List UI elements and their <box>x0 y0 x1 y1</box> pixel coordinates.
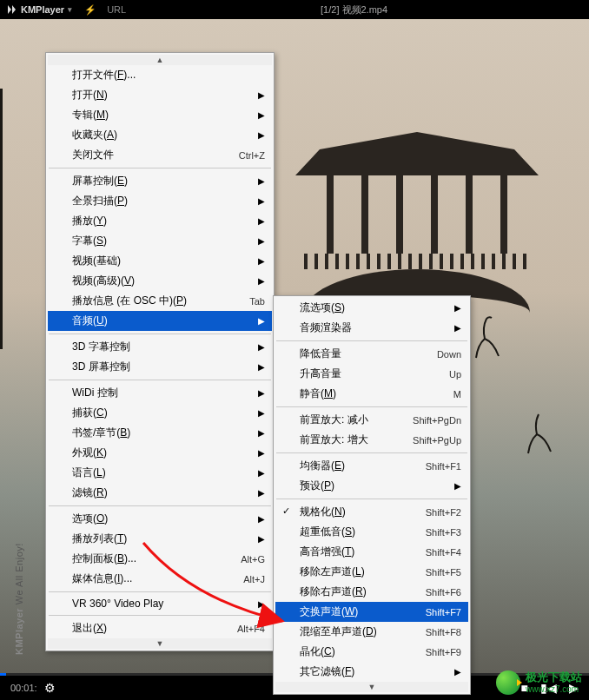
menu-scroll-up[interactable]: ▲ <box>48 55 272 65</box>
vertical-brand-name: KMPlayer <box>14 608 24 655</box>
menu-item[interactable]: 滤镜(R)▶ <box>48 483 272 503</box>
menu-item[interactable]: 媒体信息(I)...Alt+J <box>48 569 272 589</box>
menu-item-shortcut: Shift+F7 <box>426 607 461 617</box>
current-file-label: [1/2] 视频2.mp4 <box>126 3 582 17</box>
submenu-arrow-icon: ▶ <box>258 276 265 286</box>
menu-item[interactable]: 前置放大: 减小Shift+PgDn <box>275 410 468 430</box>
menu-item[interactable]: 语言(L)▶ <box>48 463 272 483</box>
menu-separator <box>49 505 271 506</box>
menu-item-shortcut: Shift+F8 <box>426 627 461 637</box>
menu-item-shortcut: Shift+F6 <box>426 587 461 598</box>
bolt-icon[interactable]: ⚡ <box>84 4 96 16</box>
app-logo[interactable]: KMPlayer ▾ <box>7 4 72 15</box>
menu-item[interactable]: 视频(高级)(V)▶ <box>48 271 272 291</box>
menu-item[interactable]: 其它滤镜(F)▶ <box>275 662 468 682</box>
menu-item[interactable]: 退出(X)Alt+F4 <box>48 618 272 638</box>
menu-item-shortcut: Shift+PgDn <box>413 415 461 426</box>
menu-item-shortcut: Down <box>437 349 461 360</box>
menu-item[interactable]: 书签/章节(B)▶ <box>48 423 272 443</box>
menu-item[interactable]: 字幕(S)▶ <box>48 231 272 251</box>
menu-item[interactable]: 3D 字幕控制▶ <box>48 337 272 357</box>
main-context-menu: ▲ 打开文件(F)...打开(N)▶专辑(M)▶收藏夹(A)▶关闭文件Ctrl+… <box>45 52 275 651</box>
menu-item-shortcut: M <box>453 389 461 400</box>
menu-item[interactable]: ✓规格化(N)Shift+F2 <box>275 502 468 522</box>
menu-item[interactable]: 升高音量Up <box>275 364 468 384</box>
menu-item[interactable]: 前置放大: 增大Shift+PgUp <box>275 430 468 450</box>
vertical-brand: KMPlayer We All Enjoy! <box>14 543 24 655</box>
menu-item[interactable]: 均衡器(E)Shift+F1 <box>275 456 468 476</box>
menu-item[interactable]: 移除左声道(L)Shift+F5 <box>275 562 468 582</box>
submenu-arrow-icon: ▶ <box>454 667 461 677</box>
submenu-arrow-icon: ▶ <box>258 362 265 372</box>
menu-separator <box>49 615 271 616</box>
menu-item[interactable]: 捕获(C)▶ <box>48 403 272 423</box>
watermark-site-name: 极光下载站 <box>526 671 582 683</box>
menu-item[interactable]: 屏幕控制(E)▶ <box>48 171 272 191</box>
menu-item[interactable]: 交换声道(W)Shift+F7 <box>275 602 468 622</box>
submenu-arrow-icon: ▶ <box>258 599 265 609</box>
seek-progress <box>0 673 6 676</box>
settings-gear-icon[interactable]: ⚙ <box>44 681 56 695</box>
app-name: KMPlayer <box>21 4 64 15</box>
audio-submenu: 流选项(S)▶音频渲染器▶降低音量Down升高音量Up静音(M)M前置放大: 减… <box>273 295 471 695</box>
menu-item-label: VR 360° Video Play <box>72 598 251 610</box>
vertical-brand-slogan: We All Enjoy! <box>14 543 24 604</box>
menu-item[interactable]: 播放列表(T)▶ <box>48 529 272 549</box>
watermark-site-url: www.xz7.com <box>526 684 582 694</box>
menu-item-label: 其它滤镜(F) <box>300 664 447 679</box>
menu1-body: 打开文件(F)...打开(N)▶专辑(M)▶收藏夹(A)▶关闭文件Ctrl+Z屏… <box>48 65 272 638</box>
menu-item[interactable]: 混缩至单声道(D)Shift+F8 <box>275 622 468 642</box>
menu-item[interactable]: 超重低音(S)Shift+F3 <box>275 522 468 542</box>
menu-item-label: 视频(基础) <box>72 254 251 268</box>
menu-scroll-down[interactable]: ▼ <box>275 682 468 692</box>
menu-item[interactable]: VR 360° Video Play▶ <box>48 595 272 612</box>
menu-item[interactable]: 全景扫描(P)▶ <box>48 191 272 211</box>
menu-item[interactable]: 外观(K)▶ <box>48 443 272 463</box>
menu-item[interactable]: 流选项(S)▶ <box>275 298 468 318</box>
menu-item[interactable]: 高音增强(T)Shift+F4 <box>275 542 468 562</box>
crane-bird-icon <box>469 314 504 367</box>
menu-item-label: 混缩至单声道(D) <box>300 624 412 639</box>
app-menu-dropdown-icon[interactable]: ▾ <box>68 5 72 14</box>
menu-item[interactable]: 降低音量Down <box>275 344 468 364</box>
menu-item-label: 3D 屏幕控制 <box>72 360 251 374</box>
menu-scroll-down[interactable]: ▼ <box>48 638 272 649</box>
menu-item[interactable]: 视频(基础)▶ <box>48 251 272 271</box>
menu-item-label: 打开文件(F)... <box>72 68 265 83</box>
menu-separator <box>276 406 467 407</box>
menu-item[interactable]: 专辑(M)▶ <box>48 105 272 125</box>
menu-item[interactable]: 收藏夹(A)▶ <box>48 125 272 145</box>
menu-item-label: 超重低音(S) <box>300 525 412 539</box>
menu-item-shortcut: Alt+J <box>243 574 265 584</box>
menu-item[interactable]: 控制面板(B)...Alt+G <box>48 549 272 569</box>
menu-separator <box>276 340 467 341</box>
menu-item-label: 前置放大: 增大 <box>300 433 399 447</box>
menu-item[interactable]: 播放(Y)▶ <box>48 211 272 231</box>
menu-item[interactable]: 3D 屏幕控制▶ <box>48 357 272 377</box>
menu-item[interactable]: 打开(N)▶ <box>48 85 272 105</box>
menu-item-label: 3D 字幕控制 <box>72 340 251 354</box>
menu-item[interactable]: WiDi 控制▶ <box>48 383 272 403</box>
url-button[interactable]: URL <box>107 4 126 15</box>
menu-item[interactable]: 打开文件(F)... <box>48 65 272 85</box>
menu-item[interactable]: 预设(P)▶ <box>275 476 468 496</box>
menu-item-label: 前置放大: 减小 <box>300 413 399 427</box>
submenu-arrow-icon: ▶ <box>258 256 265 266</box>
menu-item[interactable]: 播放信息 (在 OSC 中)(P)Tab <box>48 291 272 311</box>
menu-item-label: 关闭文件 <box>72 148 225 162</box>
menu-separator <box>49 168 271 168</box>
menu-item[interactable]: 关闭文件Ctrl+Z <box>48 145 272 165</box>
menu-item[interactable]: 静音(M)M <box>275 384 468 404</box>
menu-item-label: 外观(K) <box>72 446 251 460</box>
menu-item[interactable]: 晶化(C)Shift+F9 <box>275 642 468 662</box>
submenu-arrow-icon: ▶ <box>258 130 265 140</box>
submenu-arrow-icon: ▶ <box>258 316 265 326</box>
menu-item[interactable]: 移除右声道(R)Shift+F6 <box>275 582 468 602</box>
menu-item[interactable]: 音频(U)▶ <box>48 311 272 331</box>
elapsed-time: 00:01: <box>10 683 37 693</box>
menu-item-shortcut: Shift+F9 <box>426 647 461 657</box>
menu-item[interactable]: 选项(O)▶ <box>48 509 272 529</box>
decorative-branches <box>0 89 52 349</box>
menu-item-label: 屏幕控制(E) <box>72 174 251 188</box>
menu-item[interactable]: 音频渲染器▶ <box>275 318 468 338</box>
